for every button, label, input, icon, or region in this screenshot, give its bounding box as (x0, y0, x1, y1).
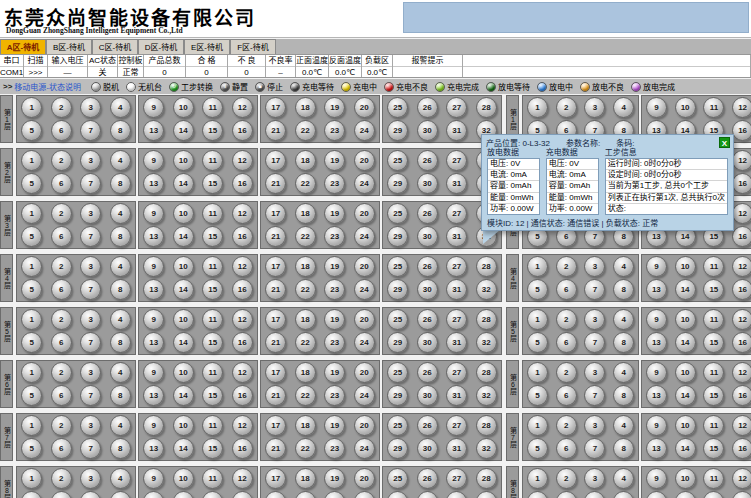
battery-slot[interactable]: 21 (265, 279, 286, 300)
battery-slot[interactable]: 5 (21, 438, 42, 459)
battery-slot[interactable]: 20 (354, 468, 375, 489)
battery-slot[interactable]: 32 (476, 385, 497, 406)
battery-slot[interactable]: 24 (354, 120, 375, 141)
battery-slot[interactable]: 20 (354, 150, 375, 171)
battery-slot[interactable]: 18 (295, 150, 316, 171)
battery-slot[interactable]: 2 (51, 362, 72, 383)
battery-slot[interactable]: 25 (387, 97, 408, 118)
battery-slot[interactable]: 8 (110, 279, 131, 300)
battery-slot[interactable]: 29 (387, 226, 408, 247)
battery-slot[interactable]: 25 (387, 150, 408, 171)
battery-slot[interactable]: 28 (476, 256, 497, 277)
battery-slot[interactable]: 1 (527, 256, 548, 277)
battery-slot[interactable]: 25 (387, 362, 408, 383)
battery-slot[interactable]: 7 (584, 332, 605, 353)
battery-slot[interactable]: 21 (265, 438, 286, 459)
battery-slot[interactable]: 4 (110, 362, 131, 383)
battery-slot[interactable]: 1 (21, 362, 42, 383)
battery-slot[interactable]: 11 (202, 203, 223, 224)
battery-slot[interactable]: 25 (387, 203, 408, 224)
battery-slot[interactable]: 10 (173, 362, 194, 383)
battery-slot[interactable]: 1 (21, 256, 42, 277)
battery-slot[interactable]: 1 (527, 309, 548, 330)
battery-slot[interactable]: 22 (295, 173, 316, 194)
battery-slot[interactable]: 1 (21, 150, 42, 171)
battery-slot[interactable]: 16 (232, 385, 253, 406)
battery-slot[interactable]: 5 (21, 173, 42, 194)
battery-slot[interactable]: 12 (732, 97, 751, 118)
battery-slot[interactable]: 2 (51, 150, 72, 171)
battery-slot[interactable]: 15 (202, 385, 223, 406)
battery-slot[interactable]: 13 (143, 279, 164, 300)
battery-slot[interactable]: 14 (675, 279, 696, 300)
battery-slot[interactable]: 12 (732, 150, 751, 171)
battery-slot[interactable]: 7 (80, 491, 101, 498)
battery-slot[interactable]: 22 (295, 279, 316, 300)
battery-slot[interactable]: 9 (646, 97, 667, 118)
battery-slot[interactable]: 19 (324, 415, 345, 436)
battery-slot[interactable]: 12 (732, 203, 751, 224)
battery-slot[interactable]: 13 (646, 491, 667, 498)
battery-slot[interactable]: 29 (387, 332, 408, 353)
battery-slot[interactable]: 10 (173, 150, 194, 171)
battery-slot[interactable]: 26 (417, 203, 438, 224)
battery-slot[interactable]: 9 (143, 362, 164, 383)
battery-slot[interactable]: 13 (143, 332, 164, 353)
battery-slot[interactable]: 20 (354, 256, 375, 277)
battery-slot[interactable]: 3 (80, 256, 101, 277)
battery-slot[interactable]: 24 (354, 491, 375, 498)
battery-slot[interactable]: 9 (143, 468, 164, 489)
battery-slot[interactable]: 27 (446, 362, 467, 383)
battery-slot[interactable]: 6 (51, 120, 72, 141)
battery-slot[interactable]: 20 (354, 203, 375, 224)
battery-slot[interactable]: 7 (584, 279, 605, 300)
battery-slot[interactable]: 27 (446, 203, 467, 224)
battery-slot[interactable]: 31 (446, 385, 467, 406)
battery-slot[interactable]: 29 (387, 173, 408, 194)
battery-slot[interactable]: 21 (265, 120, 286, 141)
battery-slot[interactable]: 12 (732, 309, 751, 330)
battery-slot[interactable]: 12 (232, 362, 253, 383)
battery-slot[interactable]: 2 (556, 309, 577, 330)
battery-slot[interactable]: 7 (80, 173, 101, 194)
battery-slot[interactable]: 31 (446, 332, 467, 353)
battery-slot[interactable]: 29 (387, 438, 408, 459)
battery-slot[interactable]: 1 (527, 415, 548, 436)
battery-slot[interactable]: 11 (703, 468, 724, 489)
battery-slot[interactable]: 23 (324, 491, 345, 498)
battery-slot[interactable]: 10 (173, 97, 194, 118)
battery-slot[interactable]: 5 (527, 332, 548, 353)
battery-slot[interactable]: 8 (110, 438, 131, 459)
battery-slot[interactable]: 17 (265, 203, 286, 224)
battery-slot[interactable]: 20 (354, 309, 375, 330)
battery-slot[interactable]: 6 (51, 332, 72, 353)
battery-slot[interactable]: 3 (80, 468, 101, 489)
battery-slot[interactable]: 24 (354, 279, 375, 300)
battery-slot[interactable]: 30 (417, 120, 438, 141)
battery-slot[interactable]: 19 (324, 468, 345, 489)
battery-slot[interactable]: 19 (324, 309, 345, 330)
battery-slot[interactable]: 15 (703, 385, 724, 406)
battery-slot[interactable]: 7 (80, 438, 101, 459)
battery-slot[interactable]: 17 (265, 362, 286, 383)
battery-slot[interactable]: 9 (143, 150, 164, 171)
battery-slot[interactable]: 23 (324, 279, 345, 300)
battery-slot[interactable]: 3 (584, 415, 605, 436)
battery-slot[interactable]: 28 (476, 97, 497, 118)
battery-slot[interactable]: 10 (675, 362, 696, 383)
battery-slot[interactable]: 16 (732, 332, 751, 353)
battery-slot[interactable]: 32 (476, 491, 497, 498)
battery-slot[interactable]: 8 (110, 491, 131, 498)
battery-slot[interactable]: 20 (354, 362, 375, 383)
battery-slot[interactable]: 5 (21, 332, 42, 353)
battery-slot[interactable]: 2 (556, 415, 577, 436)
battery-slot[interactable]: 31 (446, 491, 467, 498)
battery-slot[interactable]: 5 (21, 279, 42, 300)
battery-slot[interactable]: 11 (703, 362, 724, 383)
battery-slot[interactable]: 19 (324, 362, 345, 383)
battery-slot[interactable]: 32 (476, 332, 497, 353)
battery-slot[interactable]: 29 (387, 120, 408, 141)
battery-slot[interactable]: 6 (51, 438, 72, 459)
battery-slot[interactable]: 6 (51, 385, 72, 406)
battery-slot[interactable]: 2 (556, 97, 577, 118)
